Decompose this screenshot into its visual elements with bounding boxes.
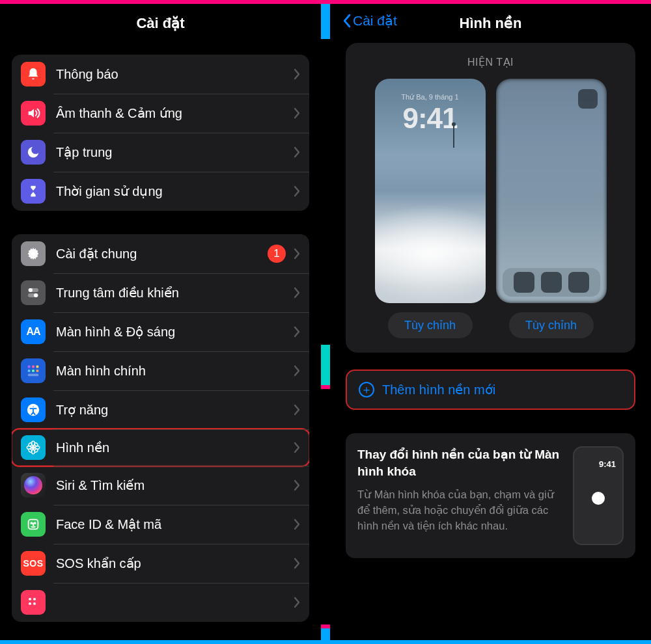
chevron-right-icon (294, 404, 300, 416)
svg-point-26 (29, 598, 31, 600)
dots-icon (21, 590, 46, 615)
mini-time: 9:41 (599, 459, 616, 469)
sliders-icon (21, 280, 46, 305)
row-label: Hình nền (56, 440, 294, 455)
row-label: Tập trung (56, 144, 294, 160)
svg-point-19 (28, 442, 33, 447)
back-label: Cài đặt (353, 13, 397, 29)
chevron-right-icon (294, 248, 300, 260)
lock-screen-preview[interactable]: Thứ Ba, 9 tháng 1 9:41 (375, 79, 486, 303)
siri-icon (21, 473, 46, 498)
svg-point-29 (33, 602, 36, 605)
grid-icon (21, 358, 46, 383)
svg-point-22 (34, 448, 38, 453)
chevron-right-icon (294, 68, 300, 80)
settings-row-grid[interactable]: Màn hình chính (12, 351, 309, 390)
svg-point-25 (35, 522, 36, 524)
sound-icon (21, 101, 46, 126)
settings-row-gear[interactable]: Cài đặt chung1 (12, 234, 309, 273)
svg-point-2 (29, 288, 33, 292)
svg-point-20 (34, 442, 38, 447)
bell-icon (21, 62, 46, 87)
row-label: Màn hình chính (56, 364, 294, 379)
svg-rect-11 (28, 374, 39, 377)
svg-point-28 (29, 602, 31, 605)
row-label: Siri & Tìm kiếm (56, 477, 294, 493)
chevron-right-icon (294, 107, 300, 119)
wallpaper-pane: Cài đặt Hình nền HIỆN TẠI Thứ Ba, 9 thán… (330, 4, 651, 640)
moon-icon (21, 140, 46, 165)
home-screen-preview[interactable] (496, 79, 607, 303)
row-label: Trợ năng (56, 402, 294, 418)
settings-row-aa[interactable]: AAMàn hình & Độ sáng (12, 312, 309, 351)
chevron-right-icon (294, 597, 300, 608)
customize-lock-button[interactable]: Tùy chỉnh (388, 312, 473, 338)
row-label: SOS khẩn cấp (56, 556, 294, 571)
row-label: Face ID & Mật mã (56, 517, 294, 532)
dock (503, 268, 600, 297)
svg-point-13 (32, 406, 34, 408)
chevron-right-icon (294, 326, 300, 338)
back-button[interactable]: Cài đặt (342, 13, 397, 29)
settings-row-hourglass[interactable]: Thời gian sử dụng (12, 172, 309, 211)
svg-point-4 (34, 293, 38, 297)
settings-row-bell[interactable]: Thông báo (12, 55, 309, 94)
settings-row-sound[interactable]: Âm thanh & Cảm ứng (12, 94, 309, 133)
hint-title: Thay đổi hình nền của bạn từ Màn hình kh… (357, 446, 561, 479)
plus-circle-icon: ＋ (359, 382, 374, 397)
settings-header: Cài đặt (0, 4, 321, 43)
current-wallpaper-card: HIỆN TẠI Thứ Ba, 9 tháng 1 9:41 Tùy chỉn… (346, 43, 635, 353)
settings-row-access[interactable]: Trợ năng (12, 390, 309, 429)
chevron-right-icon (294, 442, 300, 453)
row-label: Âm thanh & Cảm ứng (56, 105, 294, 121)
add-wallpaper-label: Thêm hình nền mới (382, 382, 495, 397)
chevron-right-icon (294, 365, 300, 377)
row-label: Màn hình & Độ sáng (56, 324, 294, 340)
customize-home-button[interactable]: Tùy chỉnh (509, 312, 594, 338)
settings-pane: Cài đặt Thông báoÂm thanh & Cảm ứngTập t… (0, 4, 321, 640)
row-label: Cài đặt chung (56, 246, 268, 262)
svg-rect-8 (28, 369, 31, 372)
chevron-right-icon (294, 185, 300, 197)
settings-row-moon[interactable]: Tập trung (12, 133, 309, 172)
chevron-right-icon (294, 287, 300, 299)
access-icon (21, 397, 46, 422)
sos-icon: SOS (21, 551, 46, 576)
chevron-left-icon (342, 14, 352, 28)
svg-point-27 (33, 598, 36, 600)
settings-row-sos[interactable]: SOSSOS khẩn cấp (12, 544, 309, 583)
hourglass-icon (21, 179, 46, 204)
svg-rect-6 (32, 366, 35, 368)
lock-screen-preview-col: Thứ Ba, 9 tháng 1 9:41 Tùy chỉnh (375, 79, 486, 338)
row-label: Thời gian sử dụng (56, 183, 294, 199)
lockscreen-hint-card: Thay đổi hình nền của bạn từ Màn hình kh… (346, 433, 635, 558)
svg-point-21 (28, 448, 33, 453)
gear-icon (21, 241, 46, 266)
svg-rect-5 (28, 366, 31, 368)
settings-row-sliders[interactable]: Trung tâm điều khiển (12, 273, 309, 312)
chevron-right-icon (294, 557, 300, 569)
home-app-icon (578, 89, 598, 109)
mini-cursor-icon (592, 492, 605, 505)
svg-point-14 (32, 446, 35, 449)
notification-badge: 1 (268, 245, 286, 263)
chevron-right-icon (294, 146, 300, 158)
current-label: HIỆN TẠI (357, 56, 624, 68)
settings-row-face[interactable]: Face ID & Mật mã (12, 505, 309, 544)
settings-group-1: Thông báoÂm thanh & Cảm ứngTập trungThời… (12, 55, 309, 211)
wallpaper-header: Cài đặt Hình nền (330, 4, 651, 43)
wallpaper-title: Hình nền (460, 15, 522, 32)
add-wallpaper-row[interactable]: ＋ Thêm hình nền mới (346, 369, 635, 410)
row-label: Trung tâm điều khiển (56, 285, 294, 301)
lock-date: Thứ Ba, 9 tháng 1 (375, 93, 486, 101)
settings-row-flower[interactable]: Hình nền (12, 428, 309, 467)
home-screen-preview-col: Tùy chỉnh (496, 79, 607, 338)
settings-row-dots[interactable] (12, 583, 309, 622)
aa-icon: AA (21, 319, 46, 344)
flower-icon (21, 435, 46, 460)
face-icon (21, 512, 46, 537)
settings-row-siri[interactable]: Siri & Tìm kiếm (12, 466, 309, 505)
svg-rect-10 (36, 369, 39, 372)
svg-rect-7 (36, 366, 39, 368)
mini-phone-illustration: 9:41 (573, 446, 624, 545)
